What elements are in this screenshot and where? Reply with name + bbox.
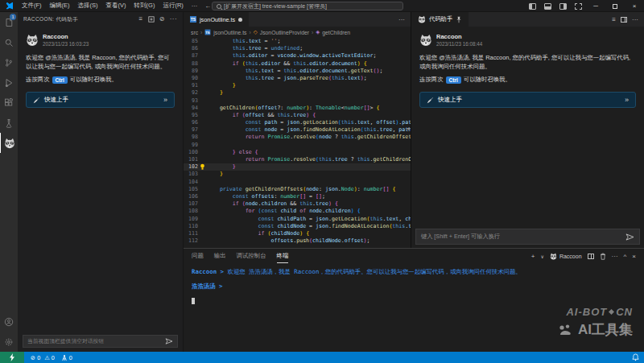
code-line-87[interactable]: 87 this.editor = vscode.window.activeTex… (184, 52, 411, 60)
toggle-sidebar-icon[interactable] (529, 3, 536, 10)
line-number: 92 (184, 89, 198, 97)
menu-item-4[interactable]: 转到(G) (130, 2, 159, 10)
quick-start-button[interactable]: 快速上手 » (26, 92, 175, 108)
tab-jsonoutline[interactable]: TS jsonOutline.ts (184, 12, 249, 27)
code-line-112[interactable]: 112 offsets.push(childNode.offset); (184, 237, 411, 245)
new-terminal-icon[interactable]: + (531, 253, 535, 260)
rocket-icon (427, 97, 434, 104)
code-line-91[interactable]: 91 } (184, 82, 411, 89)
terminal-dropdown-icon[interactable]: ∨ (541, 254, 544, 259)
panel-tab-调试控制台[interactable]: 调试控制台 (237, 249, 266, 263)
sidebar-item-testing[interactable] (0, 113, 18, 133)
code-line-103[interactable]: 103 } (184, 171, 411, 178)
menu-item-5[interactable]: 运行(R) (159, 2, 187, 10)
code-line-98[interactable]: 98 return Promise.resolve(node ? this.ge… (184, 134, 411, 141)
problems-status[interactable]: ⊘0 ⚠0 (31, 354, 55, 361)
remote-indicator[interactable] (0, 352, 24, 363)
editor-more-actions-icon[interactable]: ··· (398, 16, 405, 23)
code-line-101[interactable]: 101 return Promise.resolve(this.tree ? t… (184, 156, 411, 163)
menu-item-3[interactable]: 查看(V) (102, 2, 130, 10)
code-line-104[interactable]: 104 (184, 179, 411, 186)
sidebar-item-run-debug[interactable] (0, 72, 18, 93)
minimize-button[interactable]: ─ (586, 0, 605, 12)
sidebar-item-explorer[interactable]: 1 (0, 12, 18, 32)
line-number: 105 (184, 186, 198, 193)
breadcrumb-file[interactable]: jsonOutline.ts (213, 30, 246, 35)
code-line-108[interactable]: 108 for (const child of node.children) { (184, 208, 411, 215)
sidebar-item-source-control[interactable] (0, 52, 18, 72)
clear-chat-icon[interactable]: ⊘ (159, 16, 165, 23)
sidebar-item-raccoon[interactable] (0, 133, 18, 153)
code-line-110[interactable]: 110 const childNode = json.findNodeAtLoc… (184, 223, 411, 230)
code-line-94[interactable]: 94 getChildren(offset?: number): Thenabl… (184, 105, 411, 112)
star-icon (609, 309, 614, 315)
code-line-88[interactable]: 88 if (this.editor && this.editor.docume… (184, 60, 411, 68)
tab-assistant[interactable]: 代码助手 (411, 12, 469, 27)
menu-item-6[interactable]: ··· (188, 2, 202, 10)
accounts-button[interactable] (0, 311, 18, 332)
menu-item-2[interactable]: 选择(S) (74, 2, 102, 10)
sidebar-item-extensions[interactable] (0, 93, 18, 113)
settings-button[interactable] (0, 332, 18, 352)
code-line-111[interactable]: 111 if (childNode) { (184, 230, 411, 237)
customize-layout-icon[interactable] (575, 3, 582, 10)
assistant-more-actions-icon[interactable]: ··· (632, 16, 638, 23)
code-line-90[interactable]: 90 this.tree = json.parseTree(this.text)… (184, 75, 411, 82)
code-line-100[interactable]: 100 } else { (184, 149, 411, 156)
ports-status[interactable]: 0 (61, 354, 72, 361)
pin-icon[interactable] (456, 16, 462, 23)
new-chat-icon[interactable] (148, 16, 155, 23)
code-line-95[interactable]: 95 if (offset && this.tree) { (184, 112, 411, 119)
panel-tab-输出[interactable]: 输出 (214, 249, 226, 263)
code-line-105[interactable]: 105 private getChildrenOffsets(node: jso… (184, 186, 411, 193)
terminal-instance[interactable]: Raccoon (550, 253, 582, 260)
code-line-97[interactable]: 97 const node = json.findNodeAtLocation(… (184, 126, 411, 134)
split-editor-icon[interactable] (621, 17, 627, 23)
split-terminal-icon[interactable] (588, 254, 594, 259)
code-lines[interactable]: 85 this.text = '';86 this.tree = undefin… (184, 38, 411, 248)
maximize-button[interactable] (605, 0, 625, 12)
sidebar-item-search[interactable] (0, 32, 18, 52)
send-icon[interactable] (165, 338, 173, 344)
command-center-search[interactable]: [扩展开发宿主] tree-view-sample [管理员] (212, 2, 403, 10)
code-line-102[interactable]: 102 } (184, 163, 411, 171)
breadcrumb-class[interactable]: JsonOutlineProvider (260, 30, 309, 35)
panel-tab-终端[interactable]: 终端 (277, 249, 289, 263)
quick-start-label: 快速上手 (438, 96, 462, 104)
breadcrumb-src[interactable]: src (191, 30, 198, 35)
code-line-86[interactable]: 86 this.tree = undefined; (184, 45, 411, 52)
modified-dot-icon[interactable] (238, 18, 242, 22)
panel-more-actions-icon[interactable]: ··· (612, 253, 618, 260)
maximize-panel-icon[interactable]: ^ (624, 253, 627, 260)
terminal-output[interactable]: Raccoon > 欢迎您 浩浩汤汤，我是 Raccoon，您的代码助手。您可以… (192, 268, 636, 311)
code-line-107[interactable]: 107 if (node.children && this.tree) { (184, 200, 411, 208)
close-panel-icon[interactable]: × (632, 253, 636, 260)
hint-suffix: 可以随时召唤我。 (70, 76, 118, 84)
sidebar-chat-input[interactable]: 当前视图顶栏提供清空对话按钮 (23, 335, 178, 348)
code-line-92[interactable]: 92 } (184, 89, 411, 97)
code-line-106[interactable]: 106 const offsets: number[] = []; (184, 193, 411, 200)
code-line-89[interactable]: 89 this.text = this.editor.document.getT… (184, 68, 411, 75)
toggle-panel-icon[interactable] (544, 3, 551, 10)
quick-start-button[interactable]: 快速上手 » (419, 92, 636, 108)
more-actions-icon[interactable]: ··· (170, 16, 177, 23)
lightbulb-icon[interactable] (198, 163, 207, 171)
code-line-96[interactable]: 96 const path = json.getLocation(this.te… (184, 119, 411, 126)
send-icon[interactable] (625, 233, 634, 241)
code-line-109[interactable]: 109 const childPath = json.getLocation(t… (184, 216, 411, 223)
settings-list-icon[interactable]: ≡ (139, 16, 143, 23)
breadcrumb-method[interactable]: getChildren (322, 30, 350, 35)
assistant-chat-input[interactable]: 键入 [Shift + Enter] 可输入换行 (415, 229, 640, 245)
code-line-85[interactable]: 85 this.text = ''; (184, 38, 411, 45)
code-line-99[interactable]: 99 (184, 142, 411, 149)
panel-tab-问题[interactable]: 问题 (192, 249, 204, 263)
toggle-secondary-sidebar-icon[interactable] (559, 3, 567, 10)
menu-item-0[interactable]: 文件(F) (18, 2, 46, 10)
close-button[interactable]: × (625, 0, 644, 12)
menu-item-1[interactable]: 编辑(E) (46, 2, 74, 10)
back-icon[interactable]: ← (204, 2, 211, 10)
code-line-93[interactable]: 93 (184, 97, 411, 105)
toggle-layout-icon[interactable]: ≡ (612, 16, 616, 23)
trash-icon[interactable] (600, 253, 606, 260)
notifications-button[interactable] (632, 353, 639, 361)
